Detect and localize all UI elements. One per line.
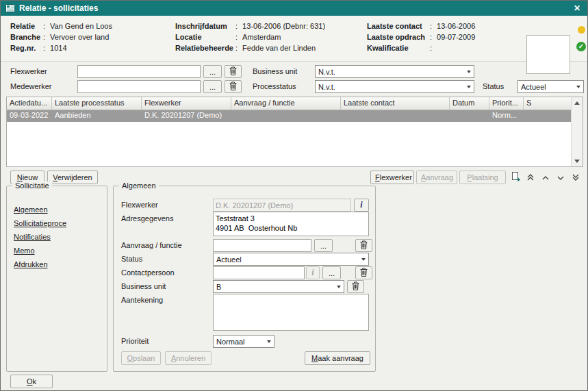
- business-unit-clear-button[interactable]: [347, 280, 364, 293]
- filter-flexwerker-browse-button[interactable]: ...: [203, 65, 222, 78]
- column-header[interactable]: Datum: [450, 97, 489, 110]
- copy-record-button[interactable]: [509, 171, 522, 184]
- filter-flexwerker-input[interactable]: [77, 65, 201, 78]
- form-contactpersoon-label: Contactpersoon: [121, 268, 175, 277]
- plaatsing-button[interactable]: Plaatsing: [459, 171, 506, 184]
- column-header[interactable]: S: [524, 97, 571, 110]
- annuleren-button[interactable]: Annuleren: [165, 351, 212, 365]
- move-top-button[interactable]: [524, 171, 537, 184]
- aanvraag-clear-button[interactable]: [355, 239, 372, 252]
- field-label: Relatie: [10, 21, 43, 31]
- filter-status-select[interactable]: Actueel: [517, 80, 584, 93]
- sollicitaties-table: Actiedatu... Laatste processtatus Flexwe…: [6, 97, 583, 167]
- nav-memo-link[interactable]: Memo: [14, 247, 35, 255]
- nav-algemeen-link[interactable]: Algemeen: [14, 205, 48, 214]
- field-value: Amsterdam: [242, 33, 281, 41]
- filter-medewerker-browse-button[interactable]: ...: [203, 80, 222, 93]
- form-status-select[interactable]: Actueel: [213, 253, 369, 266]
- form-prioriteit-select[interactable]: Normaal: [213, 335, 274, 348]
- contactpersoon-info-button[interactable]: i: [306, 266, 320, 279]
- header-field: Inschrijfdatum13-06-2006 (Debnr: 631): [175, 21, 325, 31]
- flexwerker-info-button[interactable]: i: [354, 199, 369, 212]
- separator: [430, 44, 432, 52]
- close-button[interactable]: ✕: [572, 3, 583, 13]
- separator: [235, 22, 238, 30]
- verwijderen-button[interactable]: Verwijderen: [47, 171, 98, 184]
- field-label: Laatste opdrach: [367, 31, 430, 42]
- form-aantekening-label: Aantekening: [121, 296, 163, 305]
- form-adres-textarea[interactable]: Teststraat 3 4901 AB Oosterhout Nb: [213, 212, 369, 236]
- trash-icon: [360, 268, 368, 278]
- chevron-down-icon: [463, 66, 474, 77]
- selected-value: Actueel: [521, 83, 573, 91]
- group-title: Sollicitatie: [12, 181, 52, 190]
- column-header[interactable]: Aanvraag / functie: [231, 97, 341, 110]
- separator: [430, 22, 432, 30]
- header-column-2: Inschrijfdatum13-06-2006 (Debnr: 631) Lo…: [175, 21, 325, 53]
- chevron-down-icon: [463, 81, 474, 92]
- filter-flexwerker-clear-button[interactable]: [225, 65, 242, 78]
- column-header[interactable]: Actiedatu...: [7, 97, 52, 110]
- form-aanvraag-input[interactable]: [213, 239, 311, 252]
- table-row[interactable]: 09-03-2022 Aanbieden D.K. 20201207 (Demo…: [7, 110, 571, 122]
- contactpersoon-browse-button[interactable]: ...: [322, 266, 341, 279]
- filter-medewerker-clear-button[interactable]: [225, 80, 242, 93]
- form-flexwerker-input: [213, 199, 351, 212]
- aanvraag-button[interactable]: Aanvraag: [416, 171, 457, 184]
- header-column-3: Laatste contact13-06-2006 Laatste opdrac…: [367, 21, 475, 53]
- field-value: 09-07-2009: [437, 33, 475, 41]
- form-status-label: Status: [121, 255, 142, 264]
- double-chevron-up-icon: [527, 173, 534, 183]
- form-contactpersoon-input[interactable]: [213, 266, 305, 279]
- titlebar[interactable]: Relatie - sollicitaties ✕: [1, 1, 587, 16]
- flexwerker-button[interactable]: Flexwerker: [370, 171, 414, 184]
- column-header[interactable]: Flexwerker: [142, 97, 231, 110]
- ok-button[interactable]: Ok: [10, 375, 53, 388]
- move-bottom-button[interactable]: [569, 171, 583, 184]
- form-business-unit-select[interactable]: B: [213, 280, 344, 293]
- filter-medewerker-input[interactable]: [77, 80, 201, 93]
- scroll-down-icon[interactable]: [572, 155, 583, 166]
- header-field: RelatiebeheerdeFedde van der Linden: [175, 42, 325, 53]
- selected-value: Normaal: [216, 338, 264, 346]
- status-yellow-icon: [578, 26, 585, 34]
- chevron-down-icon: [557, 173, 564, 183]
- cell-actiedatum: 09-03-2022: [7, 110, 52, 122]
- move-down-button[interactable]: [554, 171, 567, 184]
- scroll-up-icon[interactable]: [572, 97, 583, 108]
- header-column-1: RelatieVan Gend en Loos BrancheVervoer o…: [10, 21, 112, 53]
- relation-header: RelatieVan Gend en Loos BrancheVervoer o…: [1, 16, 587, 62]
- maak-aanvraag-button[interactable]: Maak aanvraag: [305, 351, 370, 365]
- contactpersoon-clear-button[interactable]: [355, 266, 372, 279]
- double-chevron-down-icon: [572, 173, 579, 183]
- cell-laatste-contact: [341, 110, 450, 122]
- filter-processtatus-select[interactable]: N.v.t.: [315, 80, 474, 93]
- cell-datum: [450, 110, 489, 122]
- header-field: RelatieVan Gend en Loos: [10, 21, 112, 31]
- column-header[interactable]: Laatste contact: [341, 97, 450, 110]
- field-value: 13-06-2006: [437, 22, 475, 30]
- nav-afdrukken-link[interactable]: Afdrukken: [14, 260, 48, 268]
- separator: [43, 44, 45, 52]
- filter-business-unit-select[interactable]: N.v.t.: [315, 65, 474, 78]
- separator: [235, 33, 238, 41]
- form-aanvraag-label: Aanvraag / functie: [121, 241, 182, 250]
- opslaan-button[interactable]: Opslaan: [121, 351, 161, 365]
- column-header[interactable]: Laatste processtatus: [52, 97, 142, 110]
- filter-flexwerker-label: Flexwerker: [10, 67, 47, 76]
- form-aantekening-textarea[interactable]: [213, 294, 369, 331]
- nav-notificaties-link[interactable]: Notificaties: [14, 233, 51, 241]
- selected-value: Actueel: [216, 255, 358, 264]
- window-title: Relatie - sollicitaties: [19, 3, 98, 13]
- trash-icon: [229, 81, 237, 92]
- header-field: LocatieAmsterdam: [175, 31, 325, 42]
- column-header[interactable]: Priorit...: [489, 97, 524, 110]
- form-adres-label: Adresgegevens: [121, 214, 173, 223]
- chevron-down-icon: [573, 81, 583, 92]
- move-up-button[interactable]: [539, 171, 552, 184]
- nav-sollicitatieproces-link[interactable]: Sollicitatieproce: [14, 219, 66, 227]
- aanvraag-browse-button[interactable]: ...: [314, 239, 333, 252]
- table-scrollbar[interactable]: [571, 97, 583, 166]
- field-value: Van Gend en Loos: [50, 22, 112, 30]
- trash-icon: [229, 66, 237, 77]
